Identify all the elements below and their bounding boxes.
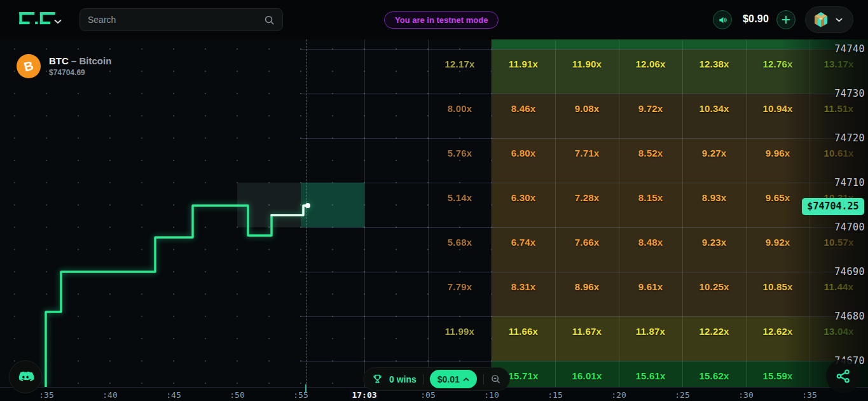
- price-axis-label: 74690: [834, 266, 865, 278]
- multiplier-value: 15.62x: [699, 370, 729, 381]
- multiplier-cell[interactable]: 5.68x: [428, 227, 492, 272]
- multiplier-value: 11.90x: [572, 59, 602, 69]
- gridline: [428, 39, 429, 387]
- top-bar: You are in testnet mode $0.90: [0, 0, 868, 39]
- testnet-mode-badge: You are in testnet mode: [384, 11, 499, 29]
- multiplier-value: 7.71x: [575, 148, 600, 158]
- time-axis-label: :20: [611, 390, 626, 400]
- gridline: [619, 39, 619, 387]
- multiplier-cell[interactable]: 10.34x: [682, 94, 746, 138]
- multiplier-cell[interactable]: 9.23x: [682, 227, 746, 272]
- multiplier-value: 9.23x: [702, 237, 727, 248]
- search-input[interactable]: [80, 15, 264, 25]
- multiplier-value: 8.46x: [511, 103, 536, 114]
- search-box[interactable]: [79, 8, 283, 31]
- multiplier-cell[interactable]: 6.74x: [492, 227, 555, 272]
- multiplier-cell[interactable]: 7.71x: [555, 138, 619, 183]
- price-axis-label: 74720: [834, 132, 865, 144]
- time-axis-label: :15: [548, 390, 562, 400]
- gridline: [492, 39, 492, 387]
- multiplier-cell[interactable]: 9.27x: [682, 138, 746, 183]
- multiplier-cell[interactable]: 5.14x: [428, 183, 492, 227]
- multiplier-cell[interactable]: 12.06x: [619, 49, 682, 94]
- multiplier-value: 7.66x: [575, 237, 600, 248]
- multiplier-value: 11.67x: [572, 326, 602, 337]
- multiplier-value: 10.34x: [699, 103, 729, 114]
- multiplier-cell[interactable]: 15.62x: [682, 361, 746, 387]
- multiplier-value: 6.80x: [511, 148, 536, 158]
- bet-box-pending[interactable]: [237, 183, 301, 227]
- trading-game-app: 12.17x11.91x11.90x12.06x12.38x12.76x13.1…: [0, 0, 868, 401]
- multiplier-cell[interactable]: 15.61x: [619, 361, 682, 387]
- multiplier-value: 9.08x: [575, 103, 600, 114]
- price-chart-area: 12.17x11.91x11.90x12.06x12.38x12.76x13.1…: [0, 39, 868, 387]
- multiplier-cell[interactable]: 7.79x: [428, 272, 492, 316]
- share-button[interactable]: [826, 359, 860, 393]
- time-axis-label: :40: [102, 390, 117, 400]
- discord-icon: [17, 368, 34, 386]
- multiplier-cell[interactable]: 8.46x: [492, 94, 555, 138]
- discord-button[interactable]: [9, 360, 42, 393]
- multiplier-cell[interactable]: 8.93x: [682, 183, 746, 227]
- price-axis-label: 74680: [834, 311, 865, 322]
- asset-name: Bitcoin: [79, 55, 112, 66]
- multiplier-value: 6.74x: [511, 237, 536, 248]
- bet-amount-button[interactable]: $0.01: [430, 370, 477, 388]
- multiplier-value: 8.93x: [702, 192, 727, 203]
- bitcoin-icon: B: [17, 54, 41, 78]
- multiplier-cell[interactable]: 11.90x: [555, 49, 619, 94]
- multiplier-cell[interactable]: 11.66x: [492, 316, 555, 361]
- price-axis-label: 74700: [834, 222, 865, 233]
- multiplier-cell[interactable]: 8.00x: [428, 94, 492, 138]
- multiplier-cell[interactable]: 6.80x: [492, 138, 555, 183]
- multiplier-cell[interactable]: 5.76x: [428, 138, 492, 183]
- price-axis-label: 74730: [834, 88, 865, 99]
- multiplier-cell[interactable]: 7.66x: [555, 227, 619, 272]
- multiplier-cell[interactable]: 11.67x: [555, 316, 619, 361]
- multiplier-cell[interactable]: 6.30x: [492, 183, 555, 227]
- price-axis-label: 74710: [834, 177, 865, 188]
- time-axis-label: :45: [166, 390, 181, 400]
- asset-header: B BTC – Bitcoin $74704.69: [17, 54, 111, 78]
- multiplier-cell[interactable]: 9.08x: [555, 94, 619, 138]
- multiplier-cell[interactable]: 11.87x: [619, 316, 682, 361]
- chevron-down-icon[interactable]: [53, 16, 62, 27]
- multiplier-value: 12.17x: [444, 59, 474, 69]
- multiplier-value: 8.96x: [575, 281, 600, 292]
- multiplier-value: 5.76x: [448, 148, 472, 158]
- deposit-button[interactable]: [776, 10, 796, 29]
- chevron-down-icon: [835, 17, 843, 23]
- zoom-out-icon[interactable]: [490, 374, 501, 384]
- multiplier-value: 12.22x: [699, 326, 729, 337]
- multiplier-cell[interactable]: 7.28x: [555, 183, 619, 227]
- multiplier-value: 9.61x: [638, 281, 663, 292]
- multiplier-value: 16.01x: [572, 370, 602, 381]
- multiplier-cell[interactable]: 12.38x: [682, 49, 746, 94]
- multiplier-cell[interactable]: 9.72x: [619, 94, 682, 138]
- gridline: [682, 39, 683, 387]
- multiplier-cell[interactable]: 12.22x: [682, 316, 746, 361]
- multiplier-cell[interactable]: 8.31x: [492, 272, 555, 316]
- asset-symbol: BTC: [49, 55, 69, 66]
- price-axis-label: 74740: [834, 43, 865, 55]
- multiplier-value: 5.14x: [448, 192, 472, 203]
- multiplier-cell[interactable]: 10.25x: [682, 272, 746, 316]
- multiplier-cell[interactable]: 11.91x: [492, 49, 555, 94]
- bet-box-active[interactable]: [301, 183, 364, 227]
- sound-button[interactable]: [713, 10, 732, 29]
- logo[interactable]: [19, 12, 56, 28]
- profile-menu[interactable]: [805, 6, 853, 33]
- multiplier-cell[interactable]: 8.48x: [619, 227, 682, 272]
- multiplier-cell[interactable]: 11.99x: [428, 316, 492, 361]
- multiplier-cell[interactable]: 16.01x: [555, 361, 619, 387]
- multiplier-cell[interactable]: 8.15x: [619, 183, 682, 227]
- multiplier-value: 6.30x: [511, 192, 536, 203]
- multiplier-value: 15.71x: [508, 370, 538, 381]
- multiplier-cell[interactable]: 9.61x: [619, 272, 682, 316]
- multiplier-cell[interactable]: 8.96x: [555, 272, 619, 316]
- balance-amount: $0.90: [743, 13, 775, 25]
- current-time-tick: [305, 384, 307, 392]
- multiplier-value: 10.25x: [699, 281, 729, 292]
- multiplier-cell[interactable]: 8.52x: [619, 138, 682, 183]
- multiplier-cell[interactable]: 12.17x: [428, 49, 492, 94]
